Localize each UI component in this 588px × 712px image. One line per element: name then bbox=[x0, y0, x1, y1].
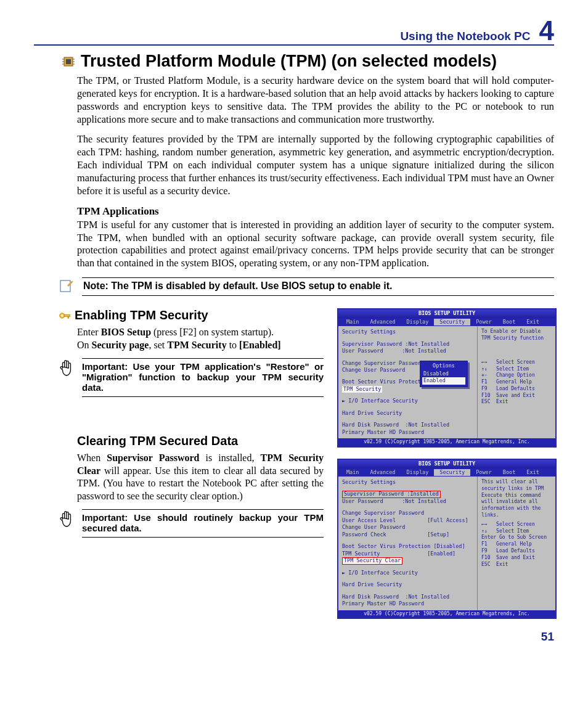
header-rule bbox=[34, 44, 554, 46]
svg-rect-1 bbox=[66, 59, 71, 64]
bios-popup-enabled: Enabled bbox=[422, 377, 465, 384]
bios-change-user-password: Change User Password bbox=[342, 524, 473, 531]
bios-key-legend: ←→ Select Screen ↑↓ Select Item +- Chang… bbox=[481, 359, 552, 406]
bios-title: BIOS SETUP UTILITY bbox=[338, 460, 555, 468]
svg-rect-12 bbox=[64, 314, 70, 316]
bios-tab-exit: Exit bbox=[521, 469, 544, 476]
bios-footer: v02.59 (C)Copyright 1985-2005, American … bbox=[338, 610, 555, 618]
bios-tab-power: Power bbox=[470, 469, 497, 476]
enabling-tpm-heading: Enabling TPM Security bbox=[75, 308, 208, 322]
bios-user-password: User Password :Not Installed bbox=[342, 348, 473, 354]
bios-boot-sector-virus: Boot Sector Virus Protection [Disabled] bbox=[342, 543, 473, 550]
bios-tab-boot: Boot bbox=[497, 469, 521, 476]
bios-tab-display: Display bbox=[401, 319, 434, 325]
hand-stop-icon bbox=[59, 358, 75, 380]
bios-screenshot-clear: BIOS SETUP UTILITY Main Advanced Display… bbox=[337, 459, 557, 619]
bios-security-settings: Security Settings bbox=[342, 479, 473, 486]
bios-tab-display: Display bbox=[401, 469, 434, 476]
note-icon bbox=[59, 277, 73, 296]
bios-title: BIOS SETUP UTILITY bbox=[338, 309, 555, 317]
bios-user-password: User Password :Not Installed bbox=[342, 498, 473, 505]
tpm-applications-heading: TPM Applications bbox=[77, 205, 554, 218]
bios-popup-title: Options bbox=[422, 362, 465, 369]
bios-supervisor-password: Supervisor Password :Not Installed bbox=[342, 341, 473, 348]
svg-point-11 bbox=[61, 314, 63, 316]
important-routine-backup: Important: Use should routinely backup y… bbox=[82, 509, 324, 538]
bios-help-text: This will clear all security links in TP… bbox=[481, 479, 552, 519]
key-icon bbox=[59, 309, 71, 322]
bios-options-popup: Options Disabled Enabled bbox=[420, 361, 468, 387]
bios-tab-security: Security bbox=[434, 469, 470, 476]
bios-tab-exit: Exit bbox=[521, 319, 544, 325]
bios-supervisor-password-installed: Supervisor Password :Installed bbox=[342, 491, 473, 497]
bios-security-settings: Security Settings bbox=[342, 329, 473, 335]
tpm-chip-icon bbox=[61, 54, 76, 69]
bios-tab-advanced: Advanced bbox=[364, 469, 401, 476]
intro-paragraph-1: The TPM, or Trusted Platform Module, is … bbox=[77, 75, 554, 126]
bios-primary-master-hd: Primary Master HD Password bbox=[342, 429, 473, 436]
svg-rect-13 bbox=[68, 316, 69, 318]
bios-primary-master-hd: Primary Master HD Password bbox=[342, 600, 473, 607]
bios-tab-boot: Boot bbox=[497, 319, 521, 325]
bios-footer: v02.59 (C)Copyright 1985-2005, American … bbox=[338, 438, 555, 446]
bios-hard-disk-password: Hard Disk Password :Not Installed bbox=[342, 594, 473, 600]
bios-io-interface-security: ► I/O Interface Security bbox=[342, 570, 473, 576]
bios-screenshot-enable: BIOS SETUP UTILITY Main Advanced Display… bbox=[337, 308, 557, 448]
hand-stop-icon bbox=[59, 509, 75, 531]
page-number: 51 bbox=[337, 630, 554, 644]
bios-tab-power: Power bbox=[470, 319, 497, 325]
bios-help-text: To Enable or Disable TPM Security functi… bbox=[481, 329, 552, 342]
important-backup-restore: Important: Use your TPM application's "R… bbox=[82, 358, 324, 397]
bios-popup-disabled: Disabled bbox=[422, 370, 465, 377]
bios-user-access-level: User Access Level [Full Access] bbox=[342, 517, 473, 524]
bios-tabs: Main Advanced Display Security Power Boo… bbox=[338, 318, 555, 326]
tpm-applications-body: TPM is useful for any customer that is i… bbox=[77, 219, 554, 270]
bios-hard-drive-security: Hard Drive Security bbox=[342, 410, 473, 417]
clearing-tpm-body: When Supervisor Password is installed, T… bbox=[77, 452, 324, 503]
bios-tpm-security-enabled: TPM Security [Enabled] bbox=[342, 550, 473, 557]
enabling-tpm-instructions: Enter BIOS Setup (press [F2] on system s… bbox=[77, 326, 324, 352]
bios-tabs: Main Advanced Display Security Power Boo… bbox=[338, 469, 555, 477]
chapter-number: 4 bbox=[539, 18, 554, 43]
bios-tab-main: Main bbox=[341, 469, 364, 476]
intro-paragraph-2: The security features provided by the TP… bbox=[77, 133, 554, 197]
bios-hard-disk-password: Hard Disk Password :Not Installed bbox=[342, 422, 473, 428]
bios-key-legend: ←→ Select Screen ↑↓ Select Item Enter Go… bbox=[481, 522, 552, 568]
bios-hard-drive-security: Hard Drive Security bbox=[342, 581, 473, 588]
bios-tab-advanced: Advanced bbox=[364, 319, 401, 325]
bios-tpm-security-row: TPM Security bbox=[342, 386, 473, 393]
bios-tab-main: Main bbox=[341, 319, 364, 325]
bios-io-interface-security: ► I/O Interface Security bbox=[342, 398, 473, 404]
bios-tab-security: Security bbox=[434, 319, 470, 325]
page-title: Trusted Platform Module (TPM) (on select… bbox=[81, 52, 497, 71]
bios-password-check: Password Check [Setup] bbox=[342, 531, 473, 538]
clearing-tpm-heading: Clearing TPM Secured Data bbox=[77, 434, 238, 448]
bios-tpm-security-clear: TPM Security Clear bbox=[342, 557, 473, 564]
note-disabled-by-default: Note: The TPM is disabled by default. Us… bbox=[82, 277, 554, 296]
header-section: Using the Notebook PC bbox=[400, 30, 530, 43]
bios-change-supervisor-password: Change Supervisor Password bbox=[342, 510, 473, 517]
